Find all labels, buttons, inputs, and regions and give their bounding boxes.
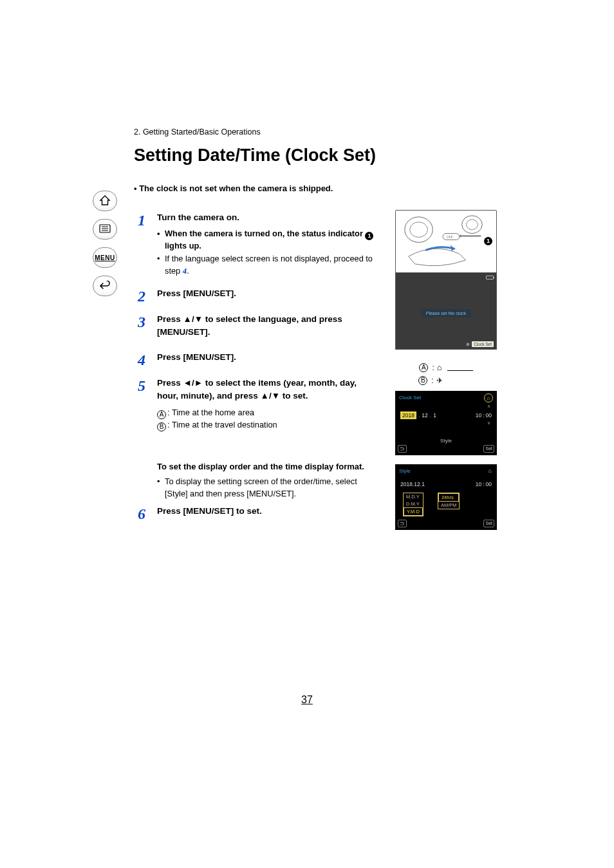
page-number[interactable]: 37 [0, 694, 614, 706]
battery-icon [486, 276, 494, 279]
step-number: 3 [134, 313, 145, 342]
step-4: 4 Press [MENU/SET]. [134, 351, 378, 368]
step-1: 1 Turn the camera on. When the camera is… [134, 211, 378, 278]
step-heading: Turn the camera on. [157, 211, 378, 224]
set-label: Set [483, 445, 494, 453]
back-icon: ⊃ [398, 520, 407, 527]
svg-text:OFF: OFF [447, 236, 453, 239]
breadcrumb: 2. Getting Started/Basic Operations [134, 127, 504, 137]
clock-set-screen: Clock Set ⌂ ∧ 2018 . 12 . 1 10 : 00 ∨ St… [395, 391, 497, 455]
screen-message: Please set the clock [421, 309, 471, 317]
date-time-row: 2018 . 12 . 1 10 : 00 [400, 481, 492, 487]
home-icon [99, 195, 111, 207]
location-legend: A: ⌂ B: ✈ [395, 361, 497, 387]
step-number: 4 [134, 351, 145, 368]
home-icon: ⌂ [437, 361, 442, 375]
back-icon [99, 281, 111, 292]
date-time-row: 2018 . 12 . 1 10 : 00 [400, 411, 492, 419]
set-icon: ⊕ [466, 342, 470, 347]
nav-back-button[interactable] [93, 276, 117, 296]
svg-point-4 [405, 217, 433, 242]
status-indicator-marker: 1 [365, 232, 373, 240]
step-number: 2 [134, 287, 145, 304]
page-title: Setting Date/Time (Clock Set) [134, 146, 504, 165]
step-number: 6 [134, 505, 145, 522]
style-button-label: Style [440, 438, 452, 444]
step-number: 1 [134, 211, 145, 278]
step-heading: Press [MENU/SET]. [157, 351, 378, 364]
chevron-down-icon: ∨ [487, 420, 490, 426]
step-3: 3 Press ▲/▼ to select the language, and … [134, 313, 378, 342]
sidebar: MENU [91, 191, 118, 296]
back-icon: ⊃ [398, 445, 407, 453]
clock-prompt-screen: Please set the clock ⊕ Clock Set [395, 272, 497, 350]
step-bullet: When the camera is turned on, the status… [157, 228, 378, 252]
indicator-marker: 1 [484, 232, 492, 245]
legend-line-a: A: Time at the home area [157, 407, 378, 419]
home-icon: ⌂ [488, 467, 492, 474]
chevron-up-icon: ∧ [487, 404, 490, 409]
sub-note: To display the setting screen of the ord… [157, 476, 378, 500]
lcd-title: Clock Set [399, 395, 421, 401]
svg-point-7 [467, 220, 478, 230]
nav-home-button[interactable] [93, 191, 117, 211]
illustration-column: OFF 1 Please set the clock ⊕ Clock Set A… [395, 210, 497, 530]
clock-set-label: Clock Set [472, 341, 494, 347]
home-icon: ⌂ [484, 393, 493, 402]
step-6: 6 Press [MENU/SET] to set. [134, 505, 378, 522]
step-bullet: If the language select screen is not dis… [157, 253, 378, 277]
toc-icon [99, 224, 111, 235]
step-2: 2 Press [MENU/SET]. [134, 287, 378, 304]
svg-point-11 [460, 235, 462, 238]
step-heading: Press [MENU/SET]. [157, 287, 378, 300]
step-heading: Press ▲/▼ to select the language, and pr… [157, 313, 378, 338]
plane-icon: ✈ [436, 375, 443, 387]
camera-top-illustration: OFF 1 [395, 210, 497, 273]
sub-heading: To set the display order and the time di… [157, 461, 378, 473]
menu-label: MENU [95, 254, 115, 261]
step-heading: Press [MENU/SET] to set. [157, 505, 378, 518]
step-heading: Press ◄/► to select the items (year, mon… [157, 377, 378, 402]
svg-point-6 [462, 216, 483, 234]
step-number: 5 [134, 377, 145, 500]
lcd-title: Style [399, 468, 411, 474]
svg-point-5 [410, 222, 428, 238]
intro-note: • The clock is not set when the camera i… [134, 184, 504, 193]
set-label: Set [483, 520, 494, 527]
time-format-options: 24hrs AM/PM [438, 493, 460, 509]
nav-menu-button[interactable]: MENU [93, 247, 117, 268]
style-screen: Style ⌂ 2018 . 12 . 1 10 : 00 M.D.Y D.M.… [395, 464, 497, 530]
step-5: 5 Press ◄/► to select the items (year, m… [134, 377, 378, 500]
date-order-options: M.D.Y D.M.Y Y.M.D [403, 493, 423, 516]
legend-line-b: B: Time at the travel destination [157, 419, 378, 431]
nav-toc-button[interactable] [93, 219, 117, 240]
